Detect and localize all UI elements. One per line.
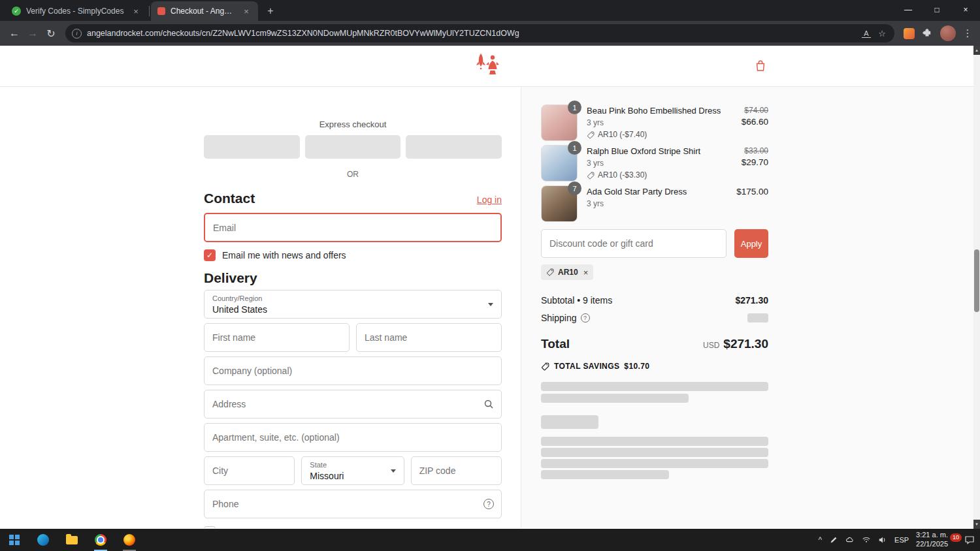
- discounted-price: $29.70: [742, 157, 768, 168]
- taskbar-edge-button[interactable]: [29, 529, 57, 551]
- email-marketing-checkbox[interactable]: ✓: [204, 249, 216, 261]
- company-field[interactable]: [204, 356, 502, 385]
- tray-expand-icon[interactable]: ^: [818, 535, 822, 544]
- tab-close-icon[interactable]: ×: [131, 7, 141, 16]
- new-tab-button[interactable]: +: [262, 3, 279, 20]
- search-icon: [483, 399, 494, 409]
- tag-icon: [587, 172, 595, 180]
- skeleton-bar: [541, 448, 768, 457]
- volume-icon[interactable]: [878, 535, 887, 544]
- country-select[interactable]: Country/Region United States: [204, 290, 502, 319]
- cart-item: 7 Ada Gold Star Party Dress 3 yrs $175.0…: [541, 185, 768, 222]
- discount-code-input[interactable]: [541, 229, 727, 258]
- browser-menu-icon[interactable]: ⋮: [960, 27, 975, 39]
- city-field[interactable]: [204, 456, 295, 485]
- product-variant: 3 yrs: [587, 119, 732, 127]
- clock[interactable]: 3:21 a. m. 22/1/2025: [916, 531, 948, 549]
- url-text: angelandrocket.com/checkouts/cn/Z2NwLWV1…: [87, 29, 857, 38]
- chrome-icon: [95, 534, 106, 546]
- taskbar-chrome-button[interactable]: [86, 529, 115, 551]
- express-button-skeleton: [406, 135, 502, 159]
- cloud-icon[interactable]: [845, 535, 855, 544]
- maximize-button[interactable]: □: [923, 0, 951, 20]
- taskbar-explorer-button[interactable]: [57, 529, 86, 551]
- tab-title: Verify Codes - SimplyCodes: [26, 7, 125, 16]
- tab-close-icon[interactable]: ×: [241, 7, 252, 16]
- shipping-help-icon[interactable]: ?: [581, 313, 590, 323]
- zip-field[interactable]: [411, 456, 502, 485]
- skeleton-bar: [541, 459, 768, 468]
- forward-button[interactable]: →: [24, 24, 42, 42]
- express-checkout-label: Express checkout: [204, 119, 502, 129]
- notification-badge: 10: [950, 533, 962, 542]
- windows-taskbar: ^ ESP 3:21 a. m. 22/1/2025 10: [0, 529, 980, 551]
- login-link[interactable]: Log in: [477, 195, 502, 205]
- product-name: Ada Gold Star Party Dress: [587, 187, 727, 197]
- tab-checkout[interactable]: Checkout - Angel & Rocket ×: [151, 1, 258, 21]
- translate-icon[interactable]: A: [862, 29, 871, 38]
- total-value: $271.30: [723, 337, 768, 351]
- original-price: $74.00: [742, 106, 768, 115]
- state-select[interactable]: State Missouri: [301, 456, 404, 485]
- site-info-icon[interactable]: i: [72, 29, 82, 39]
- minimize-button[interactable]: —: [894, 0, 923, 20]
- country-label: Country/Region: [212, 294, 482, 303]
- product-variant: 3 yrs: [587, 159, 732, 168]
- notification-center-button[interactable]: 10: [955, 534, 975, 546]
- tab-simplycodes[interactable]: ✓ Verify Codes - SimplyCodes ×: [5, 1, 148, 21]
- extension-icon[interactable]: [904, 28, 915, 39]
- bookmark-star-icon[interactable]: ☆: [876, 29, 888, 39]
- apartment-field[interactable]: [204, 423, 502, 452]
- sms-marketing-checkbox[interactable]: [204, 526, 216, 528]
- pen-icon[interactable]: [829, 535, 838, 544]
- phone-field[interactable]: [204, 490, 502, 518]
- scroll-down-arrow[interactable]: ▼: [973, 520, 980, 529]
- brand-logo[interactable]: [472, 53, 501, 82]
- reload-button[interactable]: ↻: [42, 24, 60, 42]
- browser-toolbar: ← → ↻ i angelandrocket.com/checkouts/cn/…: [0, 21, 980, 46]
- address-bar[interactable]: i angelandrocket.com/checkouts/cn/Z2NwLW…: [65, 24, 894, 42]
- tab-title: Checkout - Angel & Rocket: [171, 7, 236, 16]
- shipping-label: Shipping: [541, 313, 577, 323]
- site-header: [0, 46, 973, 87]
- email-field[interactable]: [204, 213, 502, 242]
- start-button[interactable]: [0, 529, 29, 551]
- browser-chrome: ✓ Verify Codes - SimplyCodes × Checkout …: [0, 0, 980, 46]
- address-field[interactable]: [204, 390, 502, 418]
- language-indicator[interactable]: ESP: [894, 536, 909, 544]
- quantity-badge: 1: [568, 141, 581, 155]
- subtotal-value: $271.30: [735, 295, 768, 306]
- profile-avatar[interactable]: [940, 25, 956, 41]
- first-name-field[interactable]: [204, 323, 350, 352]
- simplycodes-favicon: ✓: [12, 7, 21, 16]
- phone-help-icon[interactable]: ?: [483, 499, 494, 509]
- currency-code: USD: [703, 341, 719, 350]
- last-name-field[interactable]: [356, 323, 502, 352]
- taskbar-firefox-button[interactable]: [115, 529, 144, 551]
- date: 22/1/2025: [916, 540, 948, 548]
- sms-marketing-label: Text me with news and offers: [222, 527, 340, 528]
- scrollbar-thumb[interactable]: [974, 249, 979, 312]
- express-buttons-loading: [204, 135, 502, 159]
- cart-bag-icon[interactable]: [754, 59, 767, 75]
- remove-discount-icon[interactable]: ×: [583, 268, 589, 277]
- total-savings-label: TOTAL SAVINGS: [554, 362, 619, 371]
- apply-discount-button[interactable]: Apply: [734, 229, 768, 258]
- subtotal-label: Subtotal • 9 items: [541, 295, 612, 306]
- tab-strip: ✓ Verify Codes - SimplyCodes × Checkout …: [0, 0, 980, 21]
- scroll-up-arrow[interactable]: ▲: [973, 46, 980, 55]
- product-price: $175.00: [736, 187, 768, 197]
- cart-item: 1 Beau Pink Boho Embellished Dress 3 yrs…: [541, 104, 768, 141]
- back-button[interactable]: ←: [5, 24, 24, 42]
- firefox-icon: [123, 534, 135, 546]
- total-savings-value: $10.70: [624, 362, 649, 371]
- contact-heading: Contact: [204, 191, 255, 206]
- page-scrollbar[interactable]: ▲ ▼: [973, 46, 980, 529]
- wifi-icon[interactable]: [862, 535, 871, 544]
- close-window-button[interactable]: ×: [951, 0, 980, 20]
- action-center-icon: [964, 535, 975, 545]
- product-image: 1: [541, 145, 578, 181]
- extensions-puzzle-icon[interactable]: [919, 28, 936, 39]
- total-label: Total: [541, 337, 570, 351]
- system-tray: ^ ESP 3:21 a. m. 22/1/2025 10: [818, 529, 980, 551]
